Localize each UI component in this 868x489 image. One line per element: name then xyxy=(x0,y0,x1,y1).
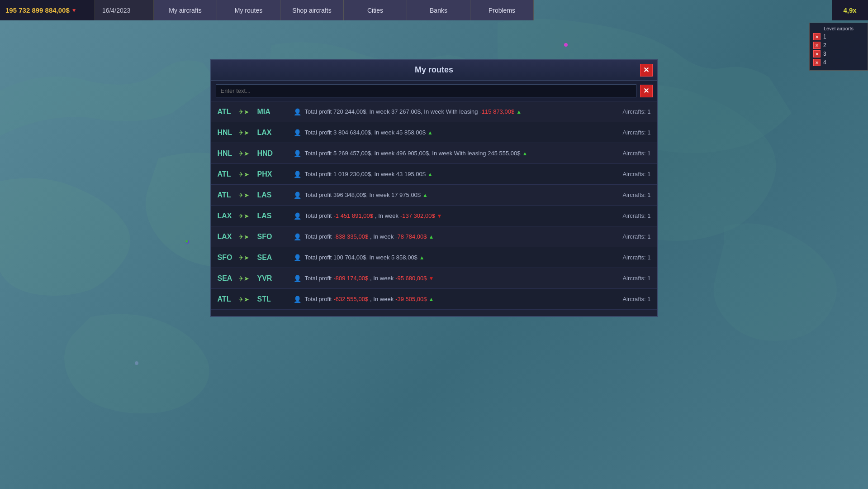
route-row[interactable]: ATL✈➤STL👤Total profit -632 555,00$, In w… xyxy=(211,289,657,310)
level-1-toggle[interactable]: ✕ xyxy=(813,33,821,40)
route-info-prefix: Total profit xyxy=(305,275,332,282)
route-aircrafts-count: Aircrafts: 1 xyxy=(606,296,651,302)
route-weekly-profit: -39 505,00$ xyxy=(395,296,427,302)
svg-text:✈➤: ✈➤ xyxy=(238,212,249,220)
my-aircrafts-button[interactable]: My aircrafts xyxy=(154,0,217,20)
banks-button[interactable]: Banks xyxy=(407,0,470,20)
route-info-text: Total profit 1 019 230,00$, In week 43 1… xyxy=(305,171,426,177)
route-total-profit: -809 174,00$ xyxy=(333,275,368,282)
trend-icon: ▲ xyxy=(429,296,434,302)
route-info: 👤Total profit -838 335,00$, In week -78 … xyxy=(290,233,606,240)
route-airports: ATL✈➤PHX xyxy=(218,170,290,178)
plane-icon: ✈➤ xyxy=(238,274,255,283)
destination-code: STL xyxy=(257,295,275,303)
route-info: 👤Total profit 396 348,00$, In week 17 97… xyxy=(290,192,606,199)
passenger-icon: 👤 xyxy=(294,150,301,157)
plane-icon: ✈➤ xyxy=(238,254,255,262)
level-row-3: ✕ 3 xyxy=(813,50,864,58)
problems-button[interactable]: Problems xyxy=(470,0,534,20)
destination-code: LAS xyxy=(257,212,275,220)
plane-icon: ✈➤ xyxy=(238,233,255,241)
route-info-middle: , In week xyxy=(375,212,398,219)
destination-code: SEA xyxy=(257,254,275,262)
svg-text:✈➤: ✈➤ xyxy=(238,275,249,282)
origin-code: LAX xyxy=(218,233,236,241)
destination-code: DEN xyxy=(257,316,275,316)
route-aircrafts-count: Aircrafts: 1 xyxy=(606,108,651,115)
date-display: 16/4/2023 xyxy=(95,0,154,20)
origin-code: HNL xyxy=(218,149,236,158)
route-info: 👤Total profit 5 269 457,00$, In week 496… xyxy=(290,150,606,157)
route-info-text: Total profit 5 269 457,00$, In week 496 … xyxy=(305,150,521,157)
route-row[interactable]: ATL✈➤DEN👤Total profit 357 218,00$, In we… xyxy=(211,310,657,316)
route-row[interactable]: SEA✈➤YVR👤Total profit -809 174,00$, In w… xyxy=(211,268,657,289)
trend-icon: ▲ xyxy=(427,171,433,177)
route-weekly-profit: -137 302,00$ xyxy=(400,212,435,219)
route-airports: HNL✈➤HND xyxy=(218,149,290,158)
level-4-label: 4 xyxy=(823,59,826,66)
origin-code: ATL xyxy=(218,191,236,199)
trend-icon: ▼ xyxy=(437,213,442,219)
level-2-toggle[interactable]: ✕ xyxy=(813,42,821,49)
passenger-icon: 👤 xyxy=(294,129,301,136)
route-row[interactable]: LAX✈➤LAS👤Total profit -1 451 891,00$, In… xyxy=(211,206,657,226)
modal-header: My routes ✕ xyxy=(211,60,657,81)
route-info-text: Total profit 3 804 634,00$, In week 45 8… xyxy=(305,129,426,136)
level-3-toggle[interactable]: ✕ xyxy=(813,50,821,58)
route-row[interactable]: ATL✈➤PHX👤Total profit 1 019 230,00$, In … xyxy=(211,164,657,185)
plane-icon: ✈➤ xyxy=(238,170,255,178)
route-info: 👤Total profit 100 704,00$, In week 5 858… xyxy=(290,254,606,261)
level-4-toggle[interactable]: ✕ xyxy=(813,59,821,66)
shop-aircrafts-button[interactable]: Shop aircrafts xyxy=(280,0,344,20)
svg-text:✈➤: ✈➤ xyxy=(238,192,249,199)
route-airports: LAX✈➤LAS xyxy=(218,212,290,220)
passenger-icon: 👤 xyxy=(294,296,301,303)
modal-close-button[interactable]: ✕ xyxy=(640,64,653,77)
zoom-level: 4,9x xyxy=(843,6,856,14)
zoom-display: 4,9x xyxy=(832,0,868,20)
destination-code: YVR xyxy=(257,274,275,283)
route-row[interactable]: ATL✈➤LAS👤Total profit 396 348,00$, In we… xyxy=(211,185,657,206)
passenger-icon: 👤 xyxy=(294,192,301,199)
svg-text:✈➤: ✈➤ xyxy=(238,233,249,240)
route-row[interactable]: ATL✈➤MIA👤Total profit 720 244,00$, In we… xyxy=(211,101,657,122)
map-city-dot xyxy=(564,43,568,47)
passenger-icon: 👤 xyxy=(294,275,301,282)
route-info-prefix: Total profit xyxy=(305,233,332,240)
route-info-prefix: Total profit xyxy=(305,212,332,219)
route-aircrafts-count: Aircrafts: 1 xyxy=(606,275,651,282)
route-row[interactable]: HNL✈➤HND👤Total profit 5 269 457,00$, In … xyxy=(211,143,657,164)
route-info: 👤Total profit 720 244,00$, In week 37 26… xyxy=(290,108,606,115)
route-leasing-value: -115 873,00$ xyxy=(480,108,515,115)
svg-text:✈➤: ✈➤ xyxy=(238,150,249,157)
level-3-label: 3 xyxy=(823,51,826,57)
destination-code: MIA xyxy=(257,108,275,116)
route-info-text: Total profit 396 348,00$, In week 17 975… xyxy=(305,192,421,198)
origin-code: SFO xyxy=(218,254,236,262)
passenger-icon: 👤 xyxy=(294,254,301,261)
svg-text:✈➤: ✈➤ xyxy=(238,129,249,136)
my-routes-button[interactable]: My routes xyxy=(217,0,280,20)
routes-list[interactable]: ATL✈➤MIA👤Total profit 720 244,00$, In we… xyxy=(211,101,657,316)
plane-icon: ✈➤ xyxy=(238,212,255,220)
route-total-profit: -1 451 891,00$ xyxy=(333,212,373,219)
origin-code: ATL xyxy=(218,170,236,178)
level-1-label: 1 xyxy=(823,34,826,40)
trend-icon: ▲ xyxy=(422,192,428,198)
route-aircrafts-count: Aircrafts: 1 xyxy=(606,254,651,261)
cities-button[interactable]: Cities xyxy=(344,0,407,20)
route-info: 👤Total profit 3 804 634,00$, In week 45 … xyxy=(290,129,606,136)
route-airports: ATL✈➤DEN xyxy=(218,316,290,316)
route-airports: SEA✈➤YVR xyxy=(218,274,290,283)
route-airports: HNL✈➤LAX xyxy=(218,129,290,137)
search-clear-button[interactable]: ✕ xyxy=(640,85,653,97)
passenger-icon: 👤 xyxy=(294,108,301,115)
route-row[interactable]: SFO✈➤SEA👤Total profit 100 704,00$, In we… xyxy=(211,247,657,268)
search-input[interactable] xyxy=(216,84,636,97)
trend-icon: ▲ xyxy=(516,109,522,115)
route-info-text: Total profit 100 704,00$, In week 5 858,… xyxy=(305,254,417,261)
route-row[interactable]: HNL✈➤LAX👤Total profit 3 804 634,00$, In … xyxy=(211,122,657,143)
modal-title: My routes xyxy=(415,65,453,75)
route-row[interactable]: LAX✈➤SFO👤Total profit -838 335,00$, In w… xyxy=(211,226,657,247)
svg-text:✈➤: ✈➤ xyxy=(238,296,249,303)
